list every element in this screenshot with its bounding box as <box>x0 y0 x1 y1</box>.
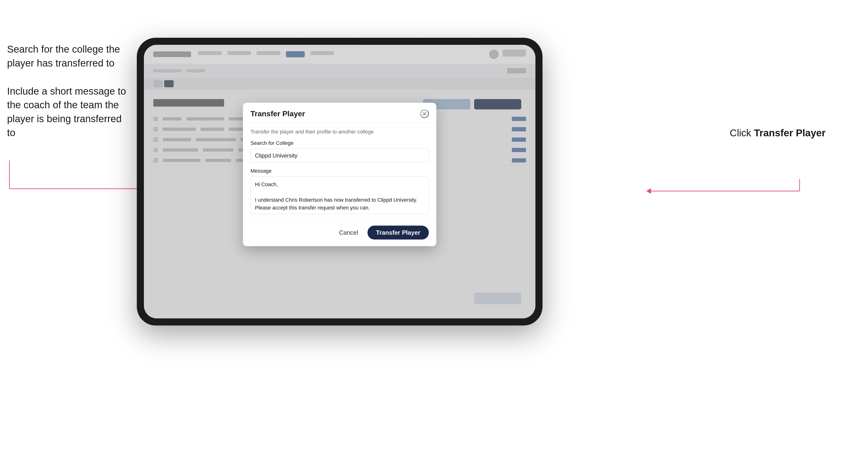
right-arrow-container <box>642 179 802 204</box>
search-college-input[interactable] <box>250 149 429 163</box>
cancel-button[interactable]: Cancel <box>334 227 363 239</box>
svg-marker-5 <box>646 188 651 194</box>
dialog-title: Transfer Player <box>250 110 305 118</box>
message-label: Message <box>250 168 429 174</box>
annotation-text-1: Search for the college the player has tr… <box>7 42 130 70</box>
annotation-right: Click Transfer Player <box>730 127 826 139</box>
search-college-label: Search for College <box>250 140 429 146</box>
dialog-body: Transfer the player and their profile to… <box>243 123 436 221</box>
transfer-player-dialog: Transfer Player × Transfer the player an… <box>243 103 436 246</box>
annotation-right-prefix: Click <box>730 127 754 138</box>
annotation-text-2: Include a short message to the coach of … <box>7 85 130 140</box>
annotation-right-bold: Transfer Player <box>754 127 826 138</box>
left-arrow-svg <box>7 160 151 208</box>
dialog-subtitle: Transfer the player and their profile to… <box>250 129 429 135</box>
dialog-header: Transfer Player × <box>243 103 436 123</box>
transfer-player-button[interactable]: Transfer Player <box>368 226 429 240</box>
dialog-close-button[interactable]: × <box>420 110 429 118</box>
annotation-left: Search for the college the player has tr… <box>7 42 130 154</box>
tablet-frame: Transfer Player × Transfer the player an… <box>137 38 542 325</box>
tablet-screen: Transfer Player × Transfer the player an… <box>144 45 535 318</box>
right-arrow-svg <box>642 179 802 203</box>
left-arrow-container <box>7 160 151 209</box>
dialog-footer: Cancel Transfer Player <box>243 221 436 246</box>
message-textarea[interactable]: Hi Coach, I understand Chris Robertson h… <box>250 177 429 214</box>
